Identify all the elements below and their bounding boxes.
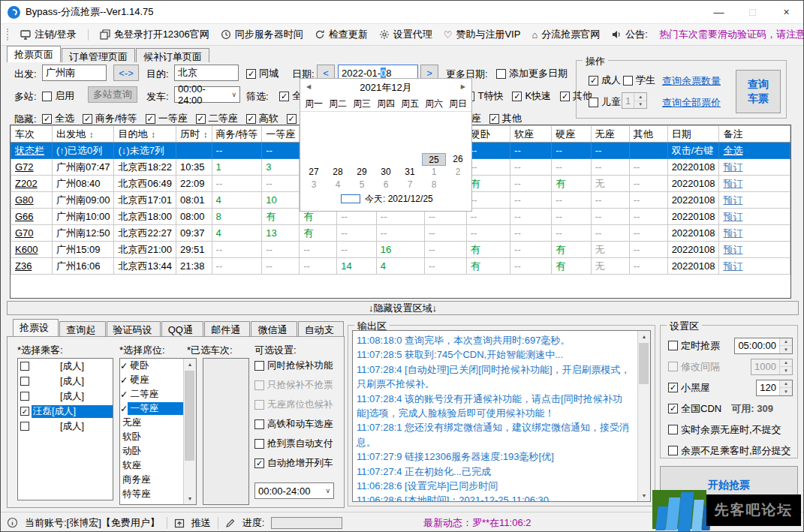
adult-check[interactable]: ✓成人: [589, 74, 621, 87]
checkbox-checked-icon[interactable]: ✓: [120, 403, 128, 414]
hide-settings-bar[interactable]: ↓隐藏设置区域↓: [7, 301, 799, 315]
student-check[interactable]: 学生: [623, 74, 655, 87]
passenger-list[interactable]: [成人][成人][成人]✓汪磊[成人][成人]: [17, 358, 113, 500]
tab-订单管理页面[interactable]: 订单管理页面: [62, 48, 135, 62]
col-header-无座[interactable]: 无座: [591, 126, 629, 143]
toolbar-item-同步服务器时间[interactable]: 同步服务器时间: [221, 28, 303, 41]
col-header-历时[interactable]: 历时 ↕: [176, 126, 212, 143]
col-header-硬座[interactable]: 硬座: [552, 126, 592, 143]
seat-list[interactable]: ✓硬卧✓硬座✓二等座✓一等座无座软卧动卧软座商务座特等座▲▼: [119, 358, 197, 505]
option-自动抢增开列车[interactable]: ✓自动抢增开列车: [254, 457, 333, 470]
same-city-check[interactable]: ✓同城: [246, 67, 279, 80]
settings-tab-自动支付[interactable]: 自动支付: [298, 321, 344, 336]
option-无座席位也候补[interactable]: 无座席位也候补: [254, 398, 333, 411]
depart-input[interactable]: 广州南: [42, 65, 107, 81]
train-number-link[interactable]: G80: [11, 192, 53, 209]
col-header-出发地[interactable]: 出发地 ↕: [52, 126, 114, 143]
settings-tab-抢票设置[interactable]: 抢票设置: [13, 319, 59, 336]
checkbox-checked-icon[interactable]: ✓: [120, 389, 128, 400]
passenger-item[interactable]: [成人]: [18, 389, 113, 404]
child-count-stepper[interactable]: 1▲▼: [622, 92, 647, 109]
seat-item[interactable]: 无座: [120, 416, 184, 430]
seat-list-scrollbar[interactable]: ▲▼: [183, 359, 196, 504]
option-抢到票自动支付[interactable]: 抢到票自动支付: [254, 437, 333, 450]
col-header-车次[interactable]: 车次: [11, 126, 53, 143]
col-header-其他[interactable]: 其他: [629, 126, 667, 143]
train-filter-K快速[interactable]: ✓K快速: [512, 89, 551, 103]
stepper-down-icon[interactable]: ▼: [780, 388, 792, 395]
calendar-day-30[interactable]: 30: [374, 166, 398, 179]
seat-filter-全选[interactable]: ✓全选: [42, 112, 74, 125]
option-同时抢候补功能[interactable]: 同时抢候补功能: [254, 359, 333, 372]
calendar-day-8[interactable]: 8: [422, 179, 446, 191]
seat-item[interactable]: ✓二等座: [120, 387, 184, 401]
setting-check-实时余票无座时,不提交[interactable]: 实时余票无座时,不提交: [668, 423, 781, 437]
add-more-dates-check[interactable]: 添加更多日期: [496, 67, 568, 80]
push-label[interactable]: 推送: [191, 516, 211, 530]
calendar-today-label[interactable]: 今天: 2021/12/25: [365, 193, 433, 206]
passenger-item[interactable]: [成人]: [18, 419, 113, 434]
dest-input[interactable]: 北京: [174, 65, 239, 81]
setting-check-全国CDN[interactable]: ✓全国CDN: [668, 402, 721, 416]
toolbar-item-赞助与注册VIP[interactable]: ♡赞助与注册VIP: [444, 28, 521, 41]
calendar-day-4[interactable]: 4: [326, 179, 350, 191]
passenger-item[interactable]: [成人]: [18, 374, 113, 389]
settings-tab-邮件通知[interactable]: 邮件通知: [204, 321, 250, 336]
seat-item[interactable]: 特等座: [120, 487, 184, 501]
book-link[interactable]: 预订: [719, 159, 790, 176]
train-number-link[interactable]: Z36: [11, 258, 53, 275]
checkbox-icon[interactable]: [20, 422, 29, 431]
book-link[interactable]: 预订: [719, 242, 790, 258]
col-header-备注[interactable]: 备注: [719, 126, 790, 143]
checkbox-icon[interactable]: [20, 362, 29, 371]
status-cell[interactable]: 状态栏: [11, 143, 53, 159]
status-value[interactable]: 全选: [719, 143, 790, 159]
enable-multi-checkbox[interactable]: 启用: [42, 89, 74, 104]
grab-time-range-select[interactable]: 00:00-24:00∨: [254, 482, 334, 499]
calendar-day-28[interactable]: 28: [326, 166, 350, 179]
checkbox-icon[interactable]: [20, 392, 29, 401]
child-check[interactable]: 儿童: [589, 95, 621, 109]
book-link[interactable]: 预订: [719, 192, 790, 209]
col-header-软座[interactable]: 软座: [510, 126, 552, 143]
calendar-day-25[interactable]: 25: [422, 153, 446, 166]
scroll-up-icon[interactable]: ▲: [184, 359, 196, 370]
minimize-button[interactable]: —: [702, 1, 736, 23]
passenger-item[interactable]: ✓汪磊[成人]: [18, 404, 113, 419]
close-button[interactable]: ×: [769, 1, 803, 23]
checkbox-icon[interactable]: [20, 377, 29, 386]
scroll-down-icon[interactable]: ▼: [184, 493, 196, 504]
seat-item[interactable]: ✓硬座: [120, 373, 184, 387]
train-number-link[interactable]: G70: [11, 225, 53, 242]
toolbar-item-检查更新[interactable]: 检查更新: [315, 28, 368, 41]
today-box-icon[interactable]: [341, 194, 360, 203]
stepper-up-icon[interactable]: ▲: [634, 93, 646, 101]
adult-checkbox[interactable]: ✓成人: [589, 74, 621, 87]
query-remaining-link[interactable]: 查询余票数量: [662, 74, 721, 88]
train-number-link[interactable]: G72: [11, 159, 53, 176]
checkbox-checked-icon[interactable]: ✓: [20, 407, 29, 416]
scroll-down-icon[interactable]: ▼: [638, 490, 650, 501]
seat-item[interactable]: ✓硬卧: [120, 359, 184, 373]
seat-item[interactable]: ✓一等座: [120, 401, 184, 416]
settings-tab-微信通知[interactable]: 微信通知: [251, 321, 297, 336]
maximize-button[interactable]: □: [736, 1, 769, 23]
seat-filter-商务/特等[interactable]: ✓商务/特等: [83, 112, 137, 125]
option-只抢候补不抢票[interactable]: 只抢候补不抢票: [254, 379, 333, 392]
multi-query-button[interactable]: 多站查询: [88, 86, 137, 103]
calendar-day-1[interactable]: 1: [422, 166, 446, 179]
calendar-day-6[interactable]: 6: [374, 179, 398, 191]
calendar-next-icon[interactable]: ▶: [461, 83, 465, 90]
col-header-商务/特等[interactable]: 商务/特等: [212, 126, 262, 143]
calendar-day-31[interactable]: 31: [398, 166, 422, 179]
train-number-link[interactable]: K600: [11, 242, 53, 258]
train-row-Z36[interactable]: Z36广州16:06北京西13:4421:38------144--有--有无-…: [11, 258, 790, 275]
scroll-up-icon[interactable]: ▲: [638, 331, 650, 342]
depart-time-select[interactable]: 00:00-24:00∨: [174, 86, 240, 103]
child-checkbox[interactable]: 儿童: [589, 95, 621, 110]
train-number-link[interactable]: G66: [11, 209, 53, 225]
seat-item[interactable]: 软卧: [120, 430, 184, 444]
calendar-day-3[interactable]: 3: [302, 179, 326, 191]
stepper-down-icon[interactable]: ▼: [634, 101, 646, 109]
setting-check-余票不足乘客时,部分提交[interactable]: 余票不足乘客时,部分提交: [668, 444, 791, 458]
